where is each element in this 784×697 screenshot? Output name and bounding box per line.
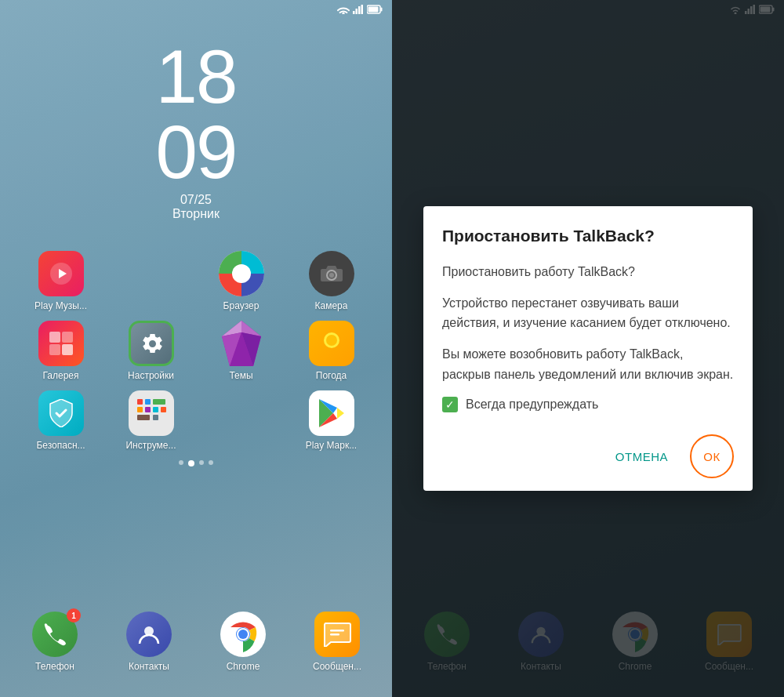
app-icon-settings[interactable]: Настройки xyxy=(120,321,183,381)
always-warn-checkbox[interactable]: ✓ xyxy=(442,397,458,412)
app-icon-security[interactable]: Безопасн... xyxy=(30,390,93,451)
svg-rect-16 xyxy=(62,344,73,355)
wifi-icon xyxy=(337,5,350,14)
svg-rect-14 xyxy=(62,332,73,343)
play-music-label: Play Музы... xyxy=(34,300,87,311)
app-icon-gallery[interactable]: Галерея xyxy=(30,321,93,381)
svg-rect-0 xyxy=(353,11,355,14)
svg-rect-28 xyxy=(137,407,143,412)
svg-rect-29 xyxy=(145,407,151,412)
dialog-body: Приостановить работу TalkBack? Устройств… xyxy=(442,262,734,384)
status-icons xyxy=(337,5,383,14)
right-phone-screen: Телефон Контакты xyxy=(392,0,784,697)
dock-row: 1 Телефон Контакты xyxy=(8,612,384,672)
bottom-dock-left: 1 Телефон Контакты xyxy=(0,612,392,681)
contacts-dock-label: Контакты xyxy=(129,661,169,672)
svg-point-38 xyxy=(238,630,248,639)
app-icon-tools[interactable]: Инструме... xyxy=(120,390,183,451)
svg-rect-27 xyxy=(153,399,165,405)
dot-1[interactable] xyxy=(179,460,183,465)
clock-minutes: 09 xyxy=(0,114,392,190)
gallery-icon xyxy=(38,321,84,366)
tools-icon xyxy=(129,390,174,436)
dialog-body-p3: Вы можете возобновить работу TalkBack, р… xyxy=(442,344,734,384)
app-icon-camera[interactable]: Камера xyxy=(300,251,363,311)
messages-dock-label: Сообщен... xyxy=(313,661,361,672)
app-icon-play-music[interactable]: Play Музы... xyxy=(30,251,93,311)
talkback-dialog: Приостановить TalkBack? Приостановить ра… xyxy=(423,206,753,491)
phone-badge: 1 xyxy=(67,608,81,623)
dialog-overlay: Приостановить TalkBack? Приостановить ра… xyxy=(392,0,784,697)
dot-4[interactable] xyxy=(209,460,213,465)
left-phone-screen: 18 09 07/25 Вторник Play Музы... xyxy=(0,0,392,697)
dock-icon-contacts[interactable]: Контакты xyxy=(118,612,180,672)
ok-button[interactable]: ОК xyxy=(690,434,734,478)
dialog-body-p1: Приостановить работу TalkBack? xyxy=(442,262,734,282)
messages-dock-icon xyxy=(314,612,360,657)
dialog-body-p2: Устройство перестанет озвучивать ваши де… xyxy=(442,293,734,333)
svg-rect-2 xyxy=(358,6,361,14)
app-icon-playstore[interactable]: Play Марк... xyxy=(300,390,363,451)
dot-2[interactable] xyxy=(188,460,194,466)
dialog-title: Приостановить TalkBack? xyxy=(442,225,734,246)
themes-icon xyxy=(219,321,264,366)
app-icon-browser[interactable]: Браузер xyxy=(210,251,273,311)
camera-label: Камера xyxy=(315,300,348,311)
playstore-label: Play Марк... xyxy=(306,440,357,451)
app-row-1: Play Музы... Браузер xyxy=(16,251,376,311)
svg-rect-32 xyxy=(153,415,158,420)
weather-label: Погода xyxy=(316,370,347,381)
chrome-dock-label: Chrome xyxy=(227,661,260,672)
clock-widget: 18 09 07/25 Вторник xyxy=(0,39,392,221)
clock-date: 07/25 xyxy=(0,193,392,207)
themes-label: Темы xyxy=(229,370,252,381)
svg-rect-3 xyxy=(361,5,364,14)
svg-point-12 xyxy=(329,273,334,278)
pagination-dots xyxy=(16,460,376,466)
svg-rect-31 xyxy=(137,415,150,420)
svg-rect-39 xyxy=(330,630,344,632)
security-icon xyxy=(38,390,84,436)
app-row-3: Безопасн... xyxy=(16,390,376,451)
gallery-label: Галерея xyxy=(42,370,78,381)
browser-label: Браузер xyxy=(223,300,260,311)
tools-label: Инструме... xyxy=(125,440,176,451)
svg-rect-15 xyxy=(49,344,60,355)
signal-icon xyxy=(353,5,364,14)
svg-rect-6 xyxy=(368,7,379,13)
settings-icon xyxy=(129,321,174,366)
status-bar-left xyxy=(0,0,392,19)
svg-rect-26 xyxy=(145,399,151,405)
svg-rect-40 xyxy=(330,633,339,636)
svg-rect-5 xyxy=(381,8,383,12)
svg-rect-33 xyxy=(161,407,166,412)
playstore-icon xyxy=(309,390,354,436)
phone-dock-label: Телефон xyxy=(35,661,74,672)
dialog-checkbox-row[interactable]: ✓ Всегда предупреждать xyxy=(442,397,734,412)
phone-dock-icon: 1 xyxy=(32,612,78,657)
app-icon-weather[interactable]: Погода xyxy=(300,321,363,381)
dock-icon-phone[interactable]: 1 Телефон xyxy=(24,612,86,672)
chrome-dock-icon xyxy=(220,612,266,657)
dock-icon-chrome[interactable]: Chrome xyxy=(212,612,274,672)
security-label: Безопасн... xyxy=(36,440,85,451)
svg-rect-25 xyxy=(137,399,143,405)
app-row-2: Галерея Настройки xyxy=(16,321,376,381)
app-icon-themes[interactable]: Темы xyxy=(210,321,273,381)
svg-rect-30 xyxy=(153,407,158,412)
svg-rect-13 xyxy=(49,332,60,343)
clock-hours: 18 xyxy=(0,39,392,114)
dock-icon-messages[interactable]: Сообщен... xyxy=(306,612,368,672)
app-grid: Play Музы... Браузер xyxy=(0,251,392,473)
battery-icon xyxy=(367,5,383,14)
always-warn-label: Всегда предупреждать xyxy=(466,398,598,412)
contacts-dock-icon xyxy=(126,612,172,657)
settings-label: Настройки xyxy=(128,370,174,381)
weather-icon xyxy=(309,321,354,366)
camera-icon xyxy=(309,251,354,296)
play-music-icon xyxy=(38,251,84,296)
dot-3[interactable] xyxy=(199,460,204,465)
dialog-buttons: ОТМЕНА ОК xyxy=(442,428,734,478)
cancel-button[interactable]: ОТМЕНА xyxy=(606,444,677,470)
svg-point-24 xyxy=(326,335,337,346)
